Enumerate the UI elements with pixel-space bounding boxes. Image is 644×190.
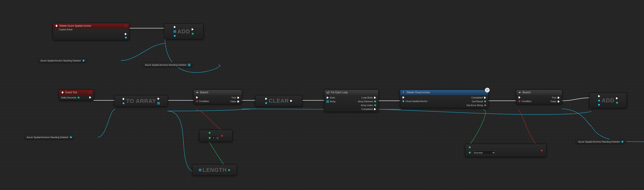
output-pin[interactable] — [82, 60, 84, 62]
variable-get-anchors-needing-deleted-2[interactable]: Azure Spatial Anchors Needing Deleted — [24, 135, 75, 140]
node-header: Branch — [516, 90, 562, 95]
node-label: CLEAR — [269, 97, 289, 104]
node-subtitle: Custom Event — [53, 28, 129, 32]
function-icon: f — [402, 91, 405, 94]
array-index-pin[interactable]: Array Index — [358, 104, 376, 106]
exec-in-pin[interactable] — [265, 97, 268, 100]
node-array-add[interactable]: ADD — [164, 23, 204, 39]
node-header: Event Tick — [59, 90, 94, 95]
delegate-pin[interactable] — [124, 25, 127, 27]
node-header: f Delete Cloud Anchor — [400, 90, 488, 95]
index-out-pin[interactable] — [192, 33, 194, 35]
node-event-tick[interactable]: Event Tick Delta Seconds — [59, 90, 94, 100]
output-pin[interactable] — [188, 64, 190, 66]
delegate-pin[interactable] — [89, 91, 92, 94]
index-out-pin[interactable] — [616, 102, 618, 104]
event-icon — [55, 24, 58, 27]
false-pin[interactable]: False — [551, 100, 560, 103]
node-delete-cloud-anchor[interactable]: f Delete Cloud Anchor Cloud Spatial Anch… — [400, 90, 488, 108]
branch-icon — [196, 91, 199, 94]
node-title: Delete Azure Spatial Anchor — [59, 24, 91, 27]
a-pin[interactable] — [208, 132, 211, 134]
variable-get-anchors-needing-deleted-3[interactable]: Azure Spatial Anchors Needing Deleted — [576, 139, 626, 144]
exec-in-pin[interactable] — [196, 96, 209, 99]
array-element-pin[interactable]: Array Element — [358, 100, 376, 103]
array-pin[interactable] — [265, 102, 267, 104]
node-array-clear[interactable]: CLEAR — [255, 95, 302, 106]
exec-out-pin[interactable] — [192, 28, 194, 30]
a-pin[interactable] — [469, 146, 496, 148]
exec-in-pin[interactable] — [598, 95, 600, 97]
out-result-pin[interactable]: Out Result — [466, 100, 486, 103]
variable-get-anchors-needing-deleted-1[interactable]: Azure Spatial Anchors Needing Deleted — [142, 62, 193, 68]
false-pin[interactable]: False — [230, 100, 240, 103]
variable-label: Azure Spatial Anchors Needing Deleted — [578, 140, 620, 143]
event-icon — [61, 91, 64, 94]
node-label: TO ARRAY — [126, 98, 156, 104]
node-branch-1[interactable]: Branch Condition True False — [194, 90, 242, 104]
output-pin[interactable] — [70, 136, 72, 138]
enum-select[interactable]: Success — [472, 151, 496, 155]
variable-label: Azure Spatial Anchor Needing Deleted — [40, 59, 81, 62]
node-greater-than[interactable]: 0> — [199, 130, 232, 142]
item-pin[interactable] — [174, 35, 176, 37]
set-pin[interactable] — [122, 102, 124, 104]
exec-in-pin[interactable] — [402, 96, 428, 99]
node-array-add-2[interactable]: ADD — [589, 93, 627, 108]
exec-out-pin[interactable] — [290, 100, 292, 102]
exec-in-pin[interactable] — [518, 96, 532, 99]
out-error-pin[interactable]: Out Error String — [466, 104, 486, 106]
condition-pin[interactable]: Condition — [196, 100, 209, 102]
latent-icon — [485, 88, 490, 93]
node-label: ADD — [177, 28, 190, 35]
out-pin[interactable] — [221, 135, 223, 137]
node-title: Branch — [522, 91, 531, 94]
variable-get-anchor-needing-deleted[interactable]: Azure Spatial Anchor Needing Deleted — [38, 58, 87, 63]
node-header: Delete Azure Spatial Anchor — [53, 23, 129, 28]
array-out-pin[interactable] — [157, 102, 160, 104]
completed-pin[interactable]: Completed — [466, 96, 486, 99]
array-pin[interactable]: Array — [326, 100, 336, 103]
node-enum-equals[interactable]: Success — [465, 144, 546, 157]
exec-out-pin[interactable] — [157, 97, 160, 100]
node-label: LENGTH — [202, 167, 227, 173]
node-title: For Each Loop — [331, 91, 348, 94]
node-label: ADD — [602, 97, 614, 104]
exec-out-pin[interactable] — [616, 97, 618, 99]
exec-in-pin[interactable]: Exec — [326, 96, 336, 99]
variable-label: Azure Spatial Anchors Needing Deleted — [145, 64, 186, 66]
output-pin[interactable] — [124, 36, 127, 39]
node-title: Event Tick — [65, 91, 77, 94]
loop-icon — [326, 91, 330, 94]
loop-body-pin[interactable]: Loop Body — [358, 96, 376, 99]
array-pin[interactable] — [174, 30, 176, 33]
array-pin[interactable] — [199, 169, 201, 171]
exec-out-pin[interactable] — [124, 33, 127, 35]
array-pin[interactable] — [598, 99, 600, 102]
variable-label: Azure Spatial Anchors Needing Deleted — [27, 136, 68, 139]
true-pin[interactable]: True — [551, 96, 560, 99]
node-custom-event[interactable]: Delete Azure Spatial Anchor Custom Event — [53, 23, 129, 40]
true-pin[interactable]: True — [230, 96, 240, 99]
exec-in-pin[interactable] — [174, 26, 176, 28]
b-pin[interactable]: Success — [469, 151, 496, 155]
out-pin[interactable] — [540, 149, 543, 152]
node-array-length[interactable]: LENGTH — [192, 164, 237, 176]
length-out-pin[interactable] — [228, 169, 230, 171]
node-branch-2[interactable]: Branch Condition True False — [516, 90, 562, 104]
branch-icon — [518, 91, 521, 94]
svg-text:f: f — [403, 91, 404, 94]
node-header: For Each Loop — [324, 90, 378, 95]
output-pin[interactable] — [621, 141, 624, 143]
item-pin[interactable] — [598, 104, 600, 106]
exec-out-pin[interactable] — [89, 96, 92, 99]
b-pin[interactable]: 0> — [208, 136, 218, 140]
node-to-array[interactable]: TO ARRAY — [114, 95, 168, 107]
delta-seconds-pin[interactable]: Delta Seconds — [61, 96, 80, 99]
node-for-each-loop[interactable]: For Each Loop Exec Array Loop Body Array… — [324, 90, 378, 112]
exec-in-pin[interactable] — [122, 98, 125, 100]
completed-pin[interactable]: Completed — [358, 108, 376, 110]
cloud-spatial-anchor-pin[interactable]: Cloud Spatial Anchor — [402, 100, 428, 102]
condition-pin[interactable]: Condition — [518, 100, 532, 102]
node-title: Branch — [200, 91, 208, 94]
